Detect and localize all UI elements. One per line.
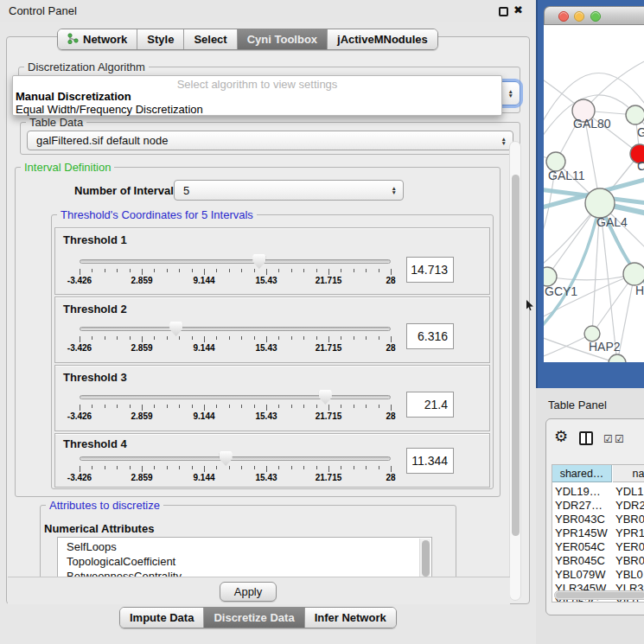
threshold-1-value-field[interactable]: 14.713 [406, 257, 454, 283]
attributes-list-scrollbar[interactable] [419, 539, 430, 577]
tick-mark [254, 405, 255, 408]
window-minimize-icon[interactable] [574, 11, 584, 22]
network-node-label: H [635, 284, 644, 297]
slider-thumb[interactable] [252, 254, 265, 269]
scale-label: 21.715 [316, 276, 342, 285]
checkbox-icon[interactable]: ☑ [603, 433, 613, 445]
number-of-intervals-combo[interactable]: 5 ▲▼ [174, 180, 404, 201]
network-node[interactable] [626, 105, 644, 124]
tab-style[interactable]: Style [137, 29, 183, 49]
slider-track[interactable] [80, 259, 391, 264]
tab-network[interactable]: Network [58, 29, 137, 49]
network-node-gal4[interactable] [585, 188, 615, 218]
scale-label: 15.43 [255, 411, 277, 421]
table-row[interactable]: YDR27…YDR2 [552, 499, 644, 513]
network-canvas[interactable]: GAL80GCGAL11GAL4GCY1HHAP2 [544, 25, 644, 362]
float-panel-icon[interactable] [499, 7, 508, 16]
slider-track[interactable] [80, 327, 391, 331]
table-row[interactable]: YBR043CYBR0 [552, 513, 644, 526]
tick-mark [341, 405, 341, 408]
tick-mark [167, 336, 168, 340]
tick-mark [341, 269, 341, 272]
tick-mark [204, 269, 205, 275]
threshold-4-value-field[interactable]: 11.344 [406, 448, 454, 474]
attribute-list-item[interactable]: TopologicalCoefficient [67, 555, 175, 570]
threshold-1-slider[interactable]: -3.4262.8599.14415.4321.71528 [80, 254, 391, 289]
network-node-gcy1[interactable] [544, 267, 557, 286]
tick-mark [229, 269, 230, 272]
tick-mark [278, 405, 279, 408]
slider-thumb[interactable] [169, 322, 182, 336]
table-horizontal-scrollbar[interactable] [554, 590, 644, 600]
tick-mark [328, 269, 329, 275]
cell-name: YER0 [615, 540, 644, 553]
checkbox-icon[interactable]: ☑ [615, 433, 624, 445]
tab-infer-network[interactable]: Infer Network [304, 608, 396, 628]
popup-option-equal-width-frequency[interactable]: Equal Width/Frequency Discretization [16, 103, 203, 116]
slider-thumb[interactable] [319, 390, 332, 405]
tab-cyni-toolbox[interactable]: Cyni Toolbox [237, 29, 327, 49]
scale-label: 9.144 [193, 473, 214, 482]
threshold-2-label: Threshold 2 [63, 303, 127, 316]
scrollbar-thumb[interactable] [512, 175, 520, 536]
threshold-3-value-field[interactable]: 21.4 [406, 392, 454, 418]
tick-mark [266, 405, 267, 411]
table-row[interactable]: YER054CYER0 [552, 540, 644, 554]
tab-jactivemnodules[interactable]: jActiveMNodules [327, 29, 437, 49]
window-close-icon[interactable] [558, 11, 569, 22]
tick-mark [366, 405, 367, 408]
threshold-3-slider[interactable]: -3.4262.8599.14415.4321.71528 [80, 390, 391, 424]
tick-mark [328, 466, 329, 472]
column-header-shared-name[interactable]: shared… [552, 465, 612, 482]
tick-mark [216, 466, 217, 469]
tab-impute-data[interactable]: Impute Data [120, 608, 203, 628]
cyni-mode-tabbar: Impute DataDiscretize DataInfer Network [119, 607, 397, 628]
popup-option-manual-discretization[interactable]: Manual Discretization [16, 90, 131, 103]
apply-button[interactable]: Apply [220, 582, 277, 602]
network-graph: GAL80GCGAL11GAL4GCY1HHAP2 [544, 25, 644, 362]
tick-mark [328, 336, 329, 342]
tick-mark [92, 405, 92, 408]
popup-placeholder-option[interactable]: Select algorithm to view settings [13, 78, 501, 91]
table-row[interactable]: YBL079WYBL0 [552, 568, 644, 582]
network-window-titlebar[interactable] [544, 6, 644, 25]
table-row[interactable]: YBR045CYBR0 [552, 554, 644, 568]
network-node-h[interactable] [623, 263, 644, 285]
attribute-list-item[interactable]: SelfLoops [67, 540, 117, 555]
table-row[interactable]: YDL19…YDL1 [552, 485, 644, 499]
scale-label: 9.144 [193, 276, 214, 285]
columns-icon[interactable] [579, 431, 593, 445]
gear-icon[interactable]: ⚙ [554, 427, 568, 446]
window-zoom-icon[interactable] [590, 11, 601, 22]
scrollbar-thumb[interactable] [422, 540, 430, 577]
tab-discretize-data[interactable]: Discretize Data [203, 608, 303, 628]
cell-shared-name: YPR145W [555, 526, 608, 539]
scrollbar-thumb[interactable] [556, 592, 644, 598]
tab-select[interactable]: Select [183, 29, 236, 49]
threshold-4-slider[interactable]: -3.4262.8599.14415.4321.71528 [80, 451, 391, 486]
panel-vertical-scrollbar[interactable] [509, 141, 521, 601]
close-panel-icon[interactable]: ✖ [513, 3, 523, 16]
tick-mark [229, 336, 230, 340]
tick-mark [241, 405, 242, 408]
tick-mark [130, 336, 131, 340]
slider-ticks [80, 268, 391, 275]
slider-track[interactable] [80, 395, 391, 399]
column-header-name[interactable]: na [613, 465, 644, 482]
slider-thumb[interactable] [220, 451, 233, 466]
table-row[interactable]: YPR145WYPR1 [552, 526, 644, 540]
threshold-2-slider[interactable]: -3.4262.8599.14415.4321.71528 [80, 322, 391, 356]
number-of-intervals-label: Number of Intervals [74, 184, 180, 197]
threshold-2-value-field[interactable]: 6.316 [406, 323, 454, 349]
combo-stepper-icon: ▲▼ [508, 89, 513, 98]
scale-label: 21.715 [316, 473, 342, 482]
numerical-attributes-list[interactable]: SelfLoopsTopologicalCoefficientBetweenne… [57, 537, 432, 577]
tick-mark [130, 405, 131, 408]
tick-mark [130, 269, 131, 272]
scale-label: 28 [386, 276, 395, 285]
network-node[interactable] [609, 354, 626, 362]
attribute-list-item[interactable]: BetweennessCentrality [67, 570, 182, 577]
slider-track[interactable] [80, 456, 391, 461]
tab-label: Discretize Data [214, 611, 294, 624]
threshold-1-box: Threshold 1 -3.4262.8599.14415.4321.7152… [54, 227, 490, 295]
